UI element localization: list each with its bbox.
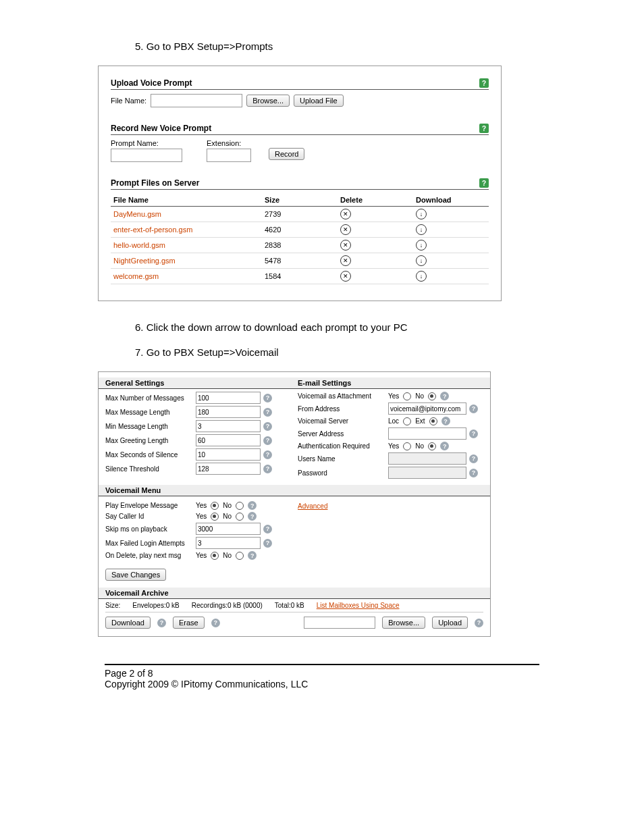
save-changes-button[interactable]: Save Changes	[105, 569, 166, 581]
radio-no[interactable]	[236, 502, 244, 510]
extension-input[interactable]	[207, 149, 251, 162]
radio-no[interactable]	[428, 442, 436, 450]
download-icon[interactable]: ↓	[416, 240, 427, 251]
file-name-input[interactable]	[151, 94, 242, 107]
help-icon[interactable]: ?	[479, 124, 489, 133]
gen-input[interactable]	[196, 434, 261, 446]
gen-label: Max Number of Messages	[105, 394, 193, 402]
gen-label: Max Message Length	[105, 409, 193, 416]
help-icon[interactable]: ?	[263, 436, 272, 445]
browse-button[interactable]: Browse...	[246, 95, 290, 107]
help-icon[interactable]: ?	[475, 619, 483, 627]
archive-file-input[interactable]	[304, 617, 375, 629]
prompt-name-label: Prompt Name:	[111, 139, 182, 147]
col-download: Download	[413, 194, 489, 207]
record-button[interactable]: Record	[269, 148, 304, 160]
footer-page: Page 2 of 8	[105, 668, 539, 679]
list-mailboxes-link[interactable]: List Mailboxes Using Space	[317, 602, 400, 609]
upload-file-button[interactable]: Upload File	[294, 95, 344, 107]
help-icon[interactable]: ?	[479, 78, 489, 88]
record-prompt-title: Record New Voice Prompt	[111, 124, 211, 133]
file-link[interactable]: DayMenu.gsm	[113, 210, 161, 218]
loc-label: Loc	[388, 417, 399, 425]
table-row: welcome.gsm 1584 ✕ ↓	[111, 269, 489, 284]
delete-icon[interactable]: ✕	[340, 255, 351, 266]
upload-prompt-title: Upload Voice Prompt	[111, 78, 192, 88]
download-icon[interactable]: ↓	[416, 255, 427, 266]
extension-label: Extension:	[207, 139, 251, 147]
archive-upload-button[interactable]: Upload	[432, 617, 468, 629]
download-icon[interactable]: ↓	[416, 271, 427, 282]
file-link[interactable]: NightGreeting.gsm	[113, 257, 176, 265]
radio-ext[interactable]	[429, 417, 437, 425]
voicemail-menu-title: Voicemail Menu	[99, 485, 490, 496]
help-icon[interactable]: ?	[248, 501, 257, 510]
help-icon[interactable]: ?	[441, 417, 450, 425]
col-size: Size	[262, 194, 338, 207]
file-link[interactable]: hello-world.gsm	[113, 241, 165, 249]
radio-no[interactable]	[236, 552, 244, 560]
file-link[interactable]: enter-ext-of-person.gsm	[113, 226, 192, 234]
gen-input[interactable]	[196, 448, 261, 461]
download-icon[interactable]: ↓	[416, 209, 427, 219]
download-button[interactable]: Download	[105, 617, 151, 629]
download-icon[interactable]: ↓	[416, 224, 427, 235]
help-icon[interactable]: ?	[263, 394, 272, 402]
menu-label: On Delete, play next msg	[105, 552, 193, 559]
help-icon[interactable]: ?	[440, 392, 449, 400]
yes-label: Yes	[196, 552, 207, 559]
col-delete: Delete	[338, 194, 413, 207]
yes-label: Yes	[388, 392, 399, 400]
help-icon[interactable]: ?	[248, 551, 257, 560]
gen-input[interactable]	[196, 392, 261, 404]
advanced-link[interactable]: Advanced	[298, 502, 327, 510]
help-icon[interactable]: ?	[263, 525, 272, 533]
gen-input[interactable]	[196, 420, 261, 432]
delete-icon[interactable]: ✕	[340, 209, 351, 219]
skip-input[interactable]	[196, 523, 261, 535]
file-size: 4620	[262, 222, 338, 238]
help-icon[interactable]: ?	[469, 454, 478, 463]
radio-no[interactable]	[236, 513, 244, 521]
gen-input[interactable]	[196, 463, 261, 475]
help-icon[interactable]: ?	[248, 512, 257, 521]
help-icon[interactable]: ?	[479, 178, 489, 188]
erase-button[interactable]: Erase	[173, 617, 205, 629]
help-icon[interactable]: ?	[263, 465, 272, 473]
help-icon[interactable]: ?	[440, 442, 449, 450]
help-icon[interactable]: ?	[469, 429, 478, 438]
prompt-name-input[interactable]	[111, 149, 182, 162]
yes-label: Yes	[196, 502, 207, 509]
help-icon[interactable]: ?	[157, 619, 166, 627]
table-row: DayMenu.gsm 2739 ✕ ↓	[111, 207, 489, 222]
archive-browse-button[interactable]: Browse...	[382, 617, 425, 629]
file-link[interactable]: welcome.gsm	[113, 272, 159, 280]
radio-yes[interactable]	[211, 502, 219, 510]
help-icon[interactable]: ?	[263, 422, 272, 431]
delete-icon[interactable]: ✕	[340, 271, 351, 282]
pass-input[interactable]	[388, 467, 466, 479]
help-icon[interactable]: ?	[469, 469, 478, 477]
file-size: 5478	[262, 253, 338, 269]
radio-yes[interactable]	[403, 392, 411, 400]
help-icon[interactable]: ?	[469, 405, 478, 413]
from-input[interactable]	[388, 402, 466, 415]
help-icon[interactable]: ?	[211, 619, 220, 627]
max-failed-input[interactable]	[196, 537, 261, 549]
gen-input[interactable]	[196, 406, 261, 418]
file-name-label: File Name:	[111, 97, 146, 105]
radio-loc[interactable]	[403, 417, 411, 425]
radio-yes[interactable]	[211, 513, 219, 521]
email-label: Voicemail Server	[298, 417, 385, 425]
radio-no[interactable]	[428, 392, 436, 400]
delete-icon[interactable]: ✕	[340, 224, 351, 235]
user-input[interactable]	[388, 452, 466, 465]
delete-icon[interactable]: ✕	[340, 240, 351, 251]
radio-yes[interactable]	[211, 552, 219, 560]
help-icon[interactable]: ?	[263, 450, 272, 459]
no-label: No	[415, 392, 424, 400]
help-icon[interactable]: ?	[263, 539, 272, 548]
server-addr-input[interactable]	[388, 427, 466, 440]
radio-yes[interactable]	[403, 442, 411, 450]
help-icon[interactable]: ?	[263, 408, 272, 417]
